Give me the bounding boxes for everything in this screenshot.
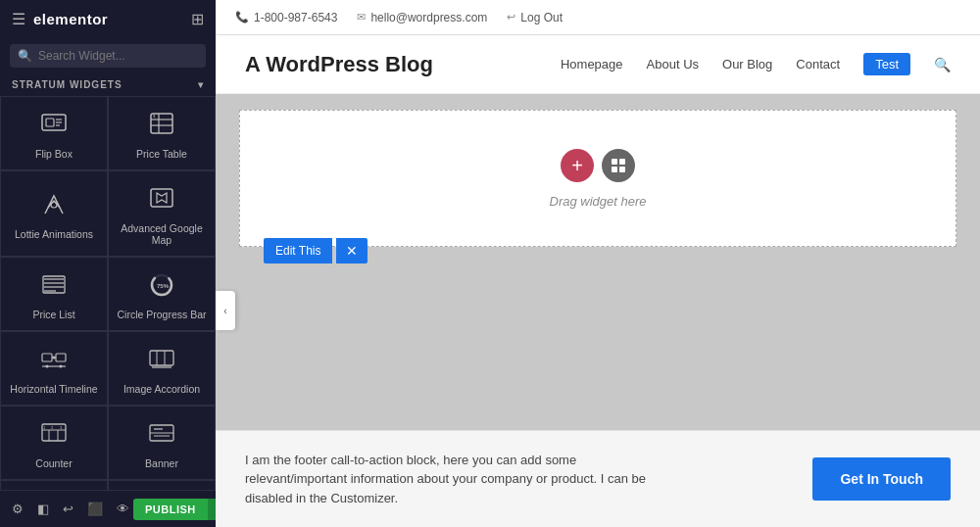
svg-rect-1 [46,119,54,126]
widget-lottie[interactable]: Lottie Animations [0,170,108,257]
main-content: 📞 1-800-987-6543 ✉ hello@wordpress.com ↩… [216,0,980,527]
add-widget-button[interactable]: + [561,149,594,182]
svg-rect-52 [619,167,625,172]
logout-item[interactable]: ↩ Log Out [507,11,563,24]
svg-point-23 [53,357,56,359]
section-header: STRATUM WIDGETS ▾ [0,73,216,96]
lottie-icon [40,191,68,222]
widget-picker-button[interactable] [602,149,635,182]
svg-rect-20 [42,354,52,361]
widget-banner-label: Banner [145,457,178,469]
site-nav: Homepage About Us Our Blog Contact Test … [561,53,951,75]
bottom-icons: ⚙ ◧ ↩ ⬛ 👁 [8,500,133,518]
widget-banner[interactable]: Banner [108,406,216,480]
widget-flip-box-label: Flip Box [35,148,73,160]
layers-icon[interactable]: ◧ [33,500,53,518]
widget-price-table[interactable]: $ Price Table [108,96,216,170]
close-edit-button[interactable]: ✕ [336,238,368,264]
eye-icon[interactable]: 👁 [113,500,133,518]
email-address: hello@wordpress.com [370,11,487,24]
logout-icon: ↩ [507,11,515,24]
image-accordion-icon [148,346,175,377]
svg-text:75%: 75% [157,283,170,289]
map-icon [148,185,175,216]
site-navbar: A WordPress Blog Homepage About Us Our B… [216,35,980,94]
svg-point-26 [60,365,63,368]
svg-rect-31 [42,424,66,441]
nav-contact[interactable]: Contact [796,57,840,72]
price-list-icon [40,271,68,303]
widget-lottie-label: Lottie Animations [15,228,93,240]
nav-search-icon[interactable]: 🔍 [934,57,951,72]
history-icon[interactable]: ↩ [59,500,77,518]
settings-icon[interactable]: ⚙ [8,500,27,518]
widget-image-accordion[interactable]: Image Accordion [108,331,216,406]
nav-about[interactable]: About Us [647,57,699,72]
nav-test-active[interactable]: Test [863,53,910,75]
widget-horizontal-timeline[interactable]: Horizontal Timeline [0,331,108,406]
email-icon: ✉ [357,11,366,24]
canvas-area: ‹ + Drag [216,94,980,527]
phone-number: 1-800-987-6543 [254,11,337,24]
widget-price-list[interactable]: Price List [0,257,108,331]
widget-google-map-label: Advanced Google Map [117,222,207,246]
widget-circle-progress-label: Circle Progress Bar [117,309,206,320]
svg-rect-49 [612,159,617,165]
widget-price-list-label: Price List [32,309,74,320]
widget-horizontal-timeline-label: Horizontal Timeline [10,383,97,395]
site-logo: A WordPress Blog [245,52,433,77]
svg-text:1: 1 [43,425,46,430]
nav-homepage[interactable]: Homepage [561,57,623,72]
widget-flip-box[interactable]: Flip Box [0,96,108,170]
svg-text:2: 2 [51,425,54,430]
widget-counter[interactable]: 1 2 3 Counter [0,406,108,480]
svg-rect-27 [150,351,173,365]
phone-icon: 📞 [235,11,249,24]
nav-blog[interactable]: Our Blog [722,57,772,72]
price-table-icon: $ [148,111,175,142]
widget-search-bar[interactable]: 🔍 [10,44,206,68]
flip-box-icon [40,111,68,142]
svg-text:3: 3 [60,425,63,430]
chevron-down-icon[interactable]: ▾ [198,79,204,90]
sidebar-bottom-toolbar: ⚙ ◧ ↩ ⬛ 👁 PUBLISH ▲ [0,490,216,527]
publish-button[interactable]: PUBLISH [133,499,208,520]
svg-rect-21 [56,354,66,361]
editable-section: + Drag widget here [239,110,956,247]
responsive-icon[interactable]: ⬛ [83,500,107,518]
svg-rect-11 [151,189,172,207]
edit-this-button[interactable]: Edit This [264,238,332,264]
section-label: STRATUM WIDGETS [12,79,122,90]
grid-icon[interactable]: ⊞ [191,10,204,28]
site-topbar: 📞 1-800-987-6543 ✉ hello@wordpress.com ↩… [216,0,980,35]
counter-icon: 1 2 3 [40,420,68,452]
timeline-icon [40,346,68,377]
sidebar: ☰ elementor ⊞ 🔍 STRATUM WIDGETS ▾ [0,0,216,527]
widgets-grid: Flip Box $ Price Table [0,96,216,527]
search-input[interactable] [38,49,198,63]
widget-counter-label: Counter [35,457,72,469]
svg-point-10 [51,202,57,208]
hamburger-icon[interactable]: ☰ [12,10,25,28]
drag-buttons: + [561,149,635,182]
sidebar-header: ☰ elementor ⊞ [0,0,216,38]
search-icon: 🔍 [18,49,32,63]
edit-toolbar: Edit This ✕ [264,238,368,264]
circle-progress-icon: 75% [148,271,175,303]
svg-rect-51 [612,167,617,172]
logout-label: Log Out [520,11,563,24]
svg-point-25 [46,365,49,368]
widget-circle-progress[interactable]: 75% Circle Progress Bar [108,257,216,331]
phone-item: 📞 1-800-987-6543 [235,11,337,24]
svg-rect-50 [619,159,625,165]
banner-icon [148,420,175,452]
email-item: ✉ hello@wordpress.com [357,11,487,24]
panel-toggle-button[interactable]: ‹ [216,291,235,330]
widget-google-map[interactable]: Advanced Google Map [108,170,216,257]
widget-image-accordion-label: Image Accordion [123,383,200,395]
footer-section: I am the footer call-to-action block, he… [216,430,980,528]
drag-widget-text: Drag widget here [550,194,647,209]
get-in-touch-button[interactable]: Get In Touch [812,457,951,501]
drag-zone: + Drag widget here [550,149,647,209]
elementor-logo: elementor [33,11,108,27]
